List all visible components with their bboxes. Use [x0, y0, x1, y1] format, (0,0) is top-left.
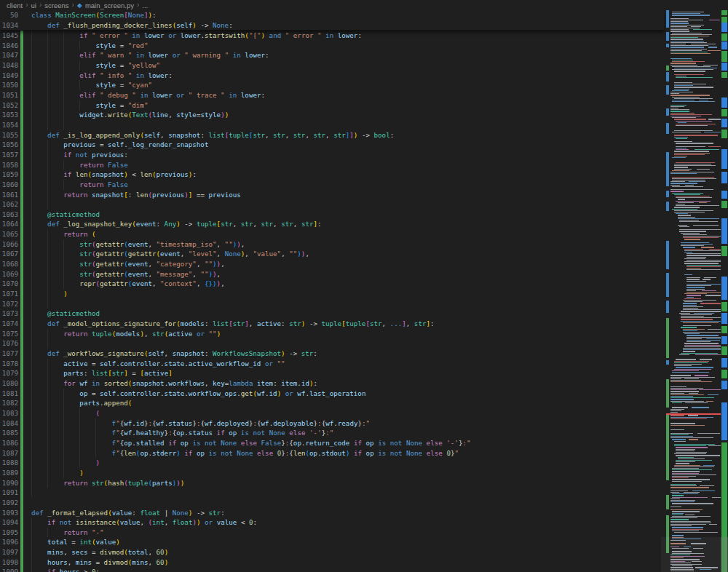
code-row[interactable]: 1093def _format_elapsed(value: float | N…	[0, 508, 661, 518]
line-number[interactable]: 1048	[0, 60, 18, 71]
scrollbar-slider[interactable]	[721, 537, 728, 572]
code-row[interactable]: 1047elif " warn " in lower or " warning …	[0, 50, 661, 60]
line-number[interactable]: 1094	[0, 517, 18, 528]
line-number[interactable]: 1097	[0, 547, 18, 557]
line-number[interactable]: 1055	[0, 130, 18, 140]
code-row[interactable]: 1056previous = self._log_render_snapshot	[0, 140, 661, 150]
line-number[interactable]: 1067	[0, 249, 18, 259]
code-row[interactable]: 1059if len(snapshot) < len(previous):	[0, 170, 661, 180]
code-row[interactable]: 1091	[0, 488, 661, 498]
line-number[interactable]: 1095	[0, 528, 18, 538]
line-number[interactable]: 1085	[0, 428, 18, 438]
code-row[interactable]: 1060return False	[0, 180, 661, 190]
code-row[interactable]: 1067str(getattr(getattr(event, "level", …	[0, 249, 661, 259]
line-number[interactable]: 1072	[0, 299, 18, 309]
code-row[interactable]: 1082parts.append(	[0, 398, 661, 408]
code-row[interactable]: 1080for wf in sorted(snapshot.workflows,…	[0, 378, 661, 389]
code-row[interactable]: 1054	[0, 120, 661, 130]
breadcrumb-item-client[interactable]: client	[7, 1, 23, 9]
sticky-line[interactable]: 50class MainScreen(Screen[None]):	[0, 10, 664, 20]
line-number[interactable]: 1069	[0, 269, 18, 279]
code-row[interactable]: 1090return str(hash(tuple(parts)))	[0, 478, 661, 488]
code-row[interactable]: 1055def _is_log_append_only(self, snapsh…	[0, 130, 661, 140]
code-row[interactable]: 1084f"{wf.id}:{wf.status}:{wf.deployed}:…	[0, 418, 661, 429]
breadcrumb-item-ui[interactable]: ui	[31, 1, 36, 9]
line-number[interactable]: 1052	[0, 100, 18, 111]
line-number[interactable]: 1087	[0, 448, 18, 458]
sticky-line[interactable]: 1034def _flush_pending_docker_lines(self…	[0, 20, 664, 31]
code-row[interactable]: 1077def _workflows_signature(self, snaps…	[0, 349, 661, 359]
line-number[interactable]: 1060	[0, 180, 18, 190]
line-number[interactable]: 1080	[0, 378, 18, 389]
line-number[interactable]: 1063	[0, 210, 18, 220]
code-row[interactable]: 1074def _model_options_signature_for(mod…	[0, 319, 661, 329]
code-row[interactable]: 1063@staticmethod	[0, 210, 661, 220]
line-number[interactable]: 1076	[0, 338, 18, 349]
code-row[interactable]: 1097mins, secs = divmod(total, 60)	[0, 547, 661, 557]
code-row[interactable]: 1071)	[0, 289, 661, 299]
line-number[interactable]: 1045	[0, 31, 18, 41]
line-number[interactable]: 1068	[0, 259, 18, 269]
line-number[interactable]: 1078	[0, 359, 18, 369]
line-number[interactable]: 50	[0, 10, 18, 20]
line-number[interactable]: 1066	[0, 239, 18, 250]
line-number[interactable]: 1099	[0, 567, 18, 572]
line-number[interactable]: 1079	[0, 368, 18, 378]
line-number[interactable]: 1084	[0, 418, 18, 429]
line-number[interactable]: 1046	[0, 41, 18, 51]
code-row[interactable]: 1061return snapshot[: len(previous)] == …	[0, 190, 661, 200]
line-number[interactable]: 1053	[0, 110, 18, 120]
line-number[interactable]: 1096	[0, 537, 18, 547]
code-row[interactable]: 1058return False	[0, 160, 661, 170]
code-row[interactable]: 1092	[0, 498, 661, 508]
line-number[interactable]: 1058	[0, 160, 18, 170]
code-row[interactable]: 1046style = "red"	[0, 41, 661, 51]
code-row[interactable]: 1048style = "yellow"	[0, 60, 661, 71]
code-row[interactable]: 1088)	[0, 458, 661, 468]
line-number[interactable]: 1047	[0, 50, 18, 60]
code-area[interactable]: 1045if " error " in lower or lower.start…	[0, 31, 661, 572]
code-row[interactable]: 1087f"{len(op.stderr) if op is not None …	[0, 448, 661, 458]
line-number[interactable]: 1075	[0, 329, 18, 339]
line-number[interactable]: 1051	[0, 90, 18, 100]
code-row[interactable]: 1072	[0, 299, 661, 309]
minimap-viewport[interactable]	[661, 537, 721, 572]
code-row[interactable]: 1052style = "dim"	[0, 100, 661, 111]
line-number[interactable]: 1070	[0, 279, 18, 289]
line-number[interactable]: 1065	[0, 229, 18, 239]
code-row[interactable]: 1066str(getattr(event, "timestamp_iso", …	[0, 239, 661, 250]
code-row[interactable]: 1045if " error " in lower or lower.start…	[0, 31, 661, 41]
code-row[interactable]: 1078active = self.controller.state.activ…	[0, 359, 661, 369]
line-number[interactable]: 1086	[0, 438, 18, 448]
line-number[interactable]: 1090	[0, 478, 18, 488]
code-row[interactable]: 1068str(getattr(event, "category", "")),	[0, 259, 661, 269]
line-number[interactable]: 1074	[0, 319, 18, 329]
code-row[interactable]: 1070repr(getattr(event, "context", {})),	[0, 279, 661, 289]
code-row[interactable]: 1049elif " info " in lower:	[0, 71, 661, 81]
line-number[interactable]: 1057	[0, 150, 18, 160]
line-number[interactable]: 1064	[0, 219, 18, 229]
line-number[interactable]: 1071	[0, 289, 18, 299]
code-row[interactable]: 1099if hours > 0:	[0, 567, 661, 572]
code-row[interactable]: 1085f"{wf.healthy}:{op.status if op is n…	[0, 428, 661, 438]
line-number[interactable]: 1098	[0, 557, 18, 568]
line-number[interactable]: 1082	[0, 398, 18, 408]
code-row[interactable]: 1083(	[0, 408, 661, 418]
code-row[interactable]: 1076	[0, 338, 661, 349]
line-number[interactable]: 1091	[0, 488, 18, 498]
overview-ruler[interactable]	[721, 10, 728, 572]
code-row[interactable]: 1081op = self.controller.state.workflow_…	[0, 389, 661, 399]
line-number[interactable]: 1062	[0, 199, 18, 210]
minimap[interactable]	[661, 10, 721, 572]
line-number[interactable]: 1083	[0, 408, 18, 418]
code-row[interactable]: 1057if not previous:	[0, 150, 661, 160]
code-row[interactable]: 1086f"{op.stalled if op is not None else…	[0, 438, 661, 448]
code-row[interactable]: 1051elif " debug " in lower or " trace "…	[0, 90, 661, 100]
code-row[interactable]: 1062	[0, 199, 661, 210]
code-row[interactable]: 1065return (	[0, 229, 661, 239]
line-number[interactable]: 1054	[0, 120, 18, 130]
code-row[interactable]: 1069str(getattr(event, "message", "")),	[0, 269, 661, 279]
breadcrumb-item-screens[interactable]: screens	[44, 1, 68, 9]
breadcrumb-item--[interactable]: ...	[142, 1, 148, 9]
code-row[interactable]: 1096total = int(value)	[0, 537, 661, 547]
